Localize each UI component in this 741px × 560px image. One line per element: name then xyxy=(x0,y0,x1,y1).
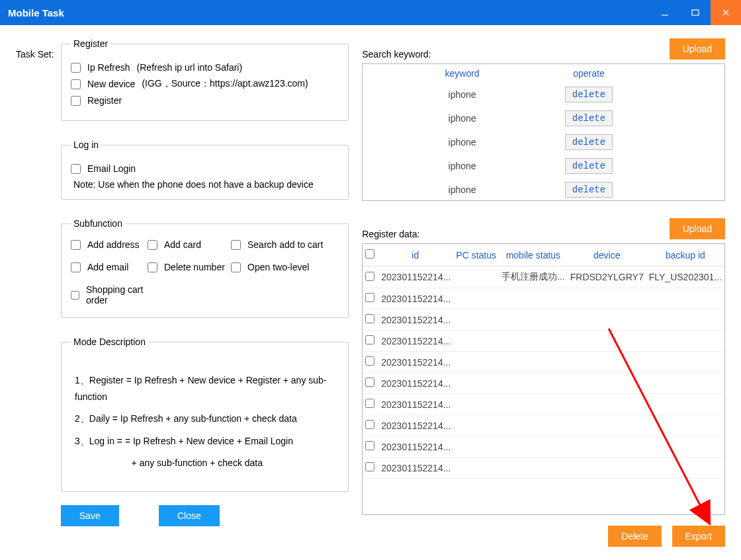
cell-mobile xyxy=(499,309,568,331)
subfunction-group: Subfunction Add address Add card Search … xyxy=(61,218,349,318)
register-row: 202301152214...手机注册成功...FRDSD2YLGRY7FLY_… xyxy=(363,266,724,288)
keyword-cell: iphone xyxy=(363,83,562,106)
register-data-label: Register data: xyxy=(362,229,419,239)
login-group: Log in Email Login Note: Use when the ph… xyxy=(61,140,349,200)
operate-header: operate xyxy=(562,64,616,83)
search-add-checkbox[interactable] xyxy=(231,240,241,250)
minimize-button[interactable] xyxy=(650,0,680,25)
mode-line-1: 1、Register = Ip Refresh + New device + R… xyxy=(75,372,335,405)
svg-rect-1 xyxy=(692,10,699,15)
add-email-checkbox[interactable] xyxy=(71,262,81,272)
row-checkbox[interactable] xyxy=(365,272,374,281)
row-checkbox[interactable] xyxy=(365,356,374,366)
select-all-checkbox[interactable] xyxy=(365,249,374,259)
cell-backup xyxy=(646,458,724,479)
keyword-cell: iphone xyxy=(363,154,562,178)
maximize-button[interactable] xyxy=(680,0,711,25)
row-checkbox[interactable] xyxy=(365,462,374,471)
keyword-cell: iphone xyxy=(363,130,562,154)
cell-id: 202301152214... xyxy=(377,352,453,373)
open-two-label: Open two-level xyxy=(247,262,309,272)
shopping-cart-checkbox[interactable] xyxy=(71,290,79,300)
ip-refresh-checkbox[interactable] xyxy=(71,63,81,73)
save-button[interactable]: Save xyxy=(61,505,119,526)
th-id: id xyxy=(377,244,453,266)
keyword-cell: iphone xyxy=(363,106,562,130)
cell-mobile xyxy=(499,331,568,352)
export-button[interactable]: Export xyxy=(672,526,725,547)
left-column: Task Set: Register Ip Refresh (Refresh i… xyxy=(16,38,349,547)
right-column: Search keyword: Upload keyword operate i… xyxy=(362,38,725,547)
upload-register-button[interactable]: Upload xyxy=(670,218,725,239)
ip-refresh-hint: (Refresh ip url into Safari) xyxy=(137,62,243,73)
keyword-table-container[interactable]: keyword operate iphonedeleteiphonedelete… xyxy=(362,63,725,201)
cell-backup xyxy=(646,436,724,458)
mode-legend: Mode Description xyxy=(71,337,148,347)
task-set-label: Task Set: xyxy=(16,49,54,60)
cell-mobile xyxy=(499,373,568,394)
row-checkbox[interactable] xyxy=(365,420,374,429)
keyword-header: keyword xyxy=(363,64,562,83)
cell-pc xyxy=(453,415,499,436)
email-login-checkbox[interactable] xyxy=(71,164,81,174)
close-button[interactable] xyxy=(711,0,741,25)
open-two-checkbox[interactable] xyxy=(231,262,241,272)
register-row: 202301152214... xyxy=(363,288,724,309)
delete-keyword-button[interactable]: delete xyxy=(565,158,613,174)
mode-description-group: Mode Description 1、Register = Ip Refresh… xyxy=(61,337,349,492)
th-pc: PC status xyxy=(453,244,499,266)
th-backup: backup id xyxy=(646,244,724,266)
delete-button[interactable]: Delete xyxy=(608,526,661,547)
titlebar: Mobile Task xyxy=(0,0,741,25)
cell-mobile xyxy=(499,436,568,458)
upload-keyword-button[interactable]: Upload xyxy=(670,38,725,60)
add-card-checkbox[interactable] xyxy=(148,240,157,250)
close-dialog-button[interactable]: Close xyxy=(159,505,220,526)
cell-pc xyxy=(453,331,499,352)
register-row: 202301152214... xyxy=(363,309,724,331)
cell-id: 202301152214... xyxy=(377,373,453,394)
register-row: 202301152214... xyxy=(363,415,724,436)
cell-device xyxy=(568,309,646,331)
register-row: 202301152214... xyxy=(363,331,724,352)
add-address-checkbox[interactable] xyxy=(71,240,81,250)
cell-device xyxy=(568,415,646,436)
cell-device xyxy=(568,436,646,458)
delete-number-checkbox[interactable] xyxy=(148,262,157,272)
register-row: 202301152214... xyxy=(363,436,724,458)
cell-id: 202301152214... xyxy=(377,436,453,458)
row-checkbox[interactable] xyxy=(365,378,374,387)
cell-id: 202301152214... xyxy=(377,288,453,309)
cell-id: 202301152214... xyxy=(377,415,453,436)
delete-keyword-button[interactable]: delete xyxy=(565,87,613,102)
cell-device xyxy=(568,331,646,352)
register-checkbox[interactable] xyxy=(71,96,81,106)
email-login-label: Email Login xyxy=(87,163,136,174)
row-checkbox[interactable] xyxy=(365,293,374,302)
cell-pc xyxy=(453,436,499,458)
row-checkbox[interactable] xyxy=(365,399,374,408)
register-table-container[interactable]: id PC status mobile status device backup… xyxy=(362,243,725,515)
delete-keyword-button[interactable]: delete xyxy=(565,182,613,198)
new-device-hint: (IGG，Source：https://apt.awz123.com) xyxy=(142,78,308,90)
cell-backup xyxy=(646,415,724,436)
cell-pc xyxy=(453,458,499,479)
cell-backup: FLY_US202301... xyxy=(646,266,724,288)
cell-mobile xyxy=(499,394,568,415)
row-checkbox[interactable] xyxy=(365,441,374,450)
cell-backup xyxy=(646,309,724,331)
delete-keyword-button[interactable]: delete xyxy=(565,110,613,126)
keyword-table: keyword operate iphonedeleteiphonedelete… xyxy=(363,64,724,201)
new-device-checkbox[interactable] xyxy=(71,79,81,89)
cell-mobile xyxy=(499,288,568,309)
cell-backup xyxy=(646,331,724,352)
cell-pc xyxy=(453,309,499,331)
row-checkbox[interactable] xyxy=(365,314,374,323)
row-checkbox[interactable] xyxy=(365,335,374,344)
keyword-cell: iphone xyxy=(363,178,562,201)
delete-keyword-button[interactable]: delete xyxy=(565,134,613,150)
cell-pc xyxy=(453,373,499,394)
cell-mobile xyxy=(499,458,568,479)
register-row: 202301152214... xyxy=(363,394,724,415)
cell-device xyxy=(568,352,646,373)
